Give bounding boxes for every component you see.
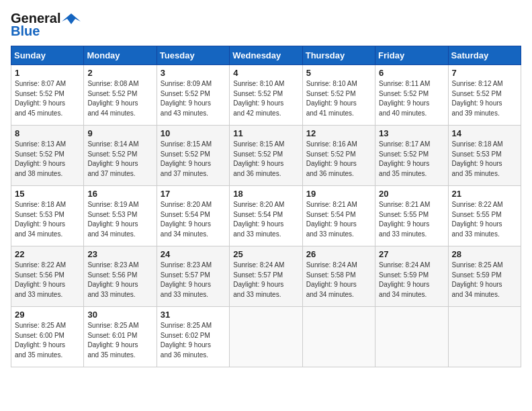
col-sunday: Sunday: [11, 46, 84, 65]
col-friday: Friday: [375, 46, 448, 65]
day-info: Sunrise: 8:19 AM Sunset: 5:53 PM Dayligh…: [87, 200, 152, 239]
col-saturday: Saturday: [448, 46, 521, 65]
day-number: 4: [233, 68, 298, 78]
calendar-cell: 27Sunrise: 8:24 AM Sunset: 5:59 PM Dayli…: [375, 246, 448, 307]
calendar-row: 15Sunrise: 8:18 AM Sunset: 5:53 PM Dayli…: [11, 186, 521, 246]
calendar-cell: 7Sunrise: 8:12 AM Sunset: 5:52 PM Daylig…: [448, 65, 521, 126]
calendar-cell: 8Sunrise: 8:13 AM Sunset: 5:52 PM Daylig…: [11, 126, 84, 186]
calendar-cell: 15Sunrise: 8:18 AM Sunset: 5:53 PM Dayli…: [11, 186, 84, 246]
calendar-row: 8Sunrise: 8:13 AM Sunset: 5:52 PM Daylig…: [11, 126, 521, 186]
calendar-cell: 21Sunrise: 8:22 AM Sunset: 5:55 PM Dayli…: [448, 186, 521, 246]
calendar-cell: 10Sunrise: 8:15 AM Sunset: 5:52 PM Dayli…: [157, 126, 229, 186]
calendar-cell: 9Sunrise: 8:14 AM Sunset: 5:52 PM Daylig…: [84, 126, 157, 186]
logo-bird-icon: [62, 12, 81, 26]
day-info: Sunrise: 8:08 AM Sunset: 5:52 PM Dayligh…: [87, 79, 152, 118]
day-info: Sunrise: 8:12 AM Sunset: 5:52 PM Dayligh…: [452, 79, 517, 118]
calendar-cell: 18Sunrise: 8:20 AM Sunset: 5:54 PM Dayli…: [230, 186, 302, 246]
day-info: Sunrise: 8:16 AM Sunset: 5:52 PM Dayligh…: [306, 140, 371, 179]
col-tuesday: Tuesday: [157, 46, 229, 65]
calendar-cell: 24Sunrise: 8:23 AM Sunset: 5:57 PM Dayli…: [157, 246, 229, 307]
day-number: 22: [15, 249, 80, 259]
day-number: 17: [161, 189, 226, 199]
calendar-cell: 20Sunrise: 8:21 AM Sunset: 5:55 PM Dayli…: [375, 186, 448, 246]
calendar-cell: [302, 307, 375, 367]
day-number: 14: [452, 128, 517, 138]
calendar-cell: 13Sunrise: 8:17 AM Sunset: 5:52 PM Dayli…: [375, 126, 448, 186]
calendar-cell: 11Sunrise: 8:15 AM Sunset: 5:52 PM Dayli…: [230, 126, 302, 186]
day-number: 26: [306, 249, 371, 259]
day-info: Sunrise: 8:24 AM Sunset: 5:58 PM Dayligh…: [306, 261, 371, 300]
day-number: 1: [15, 68, 80, 78]
calendar-row: 1Sunrise: 8:07 AM Sunset: 5:52 PM Daylig…: [11, 65, 521, 126]
day-number: 21: [452, 189, 517, 199]
day-info: Sunrise: 8:15 AM Sunset: 5:52 PM Dayligh…: [233, 140, 298, 179]
calendar-cell: 22Sunrise: 8:22 AM Sunset: 5:56 PM Dayli…: [11, 246, 84, 307]
calendar-cell: 26Sunrise: 8:24 AM Sunset: 5:58 PM Dayli…: [302, 246, 375, 307]
day-number: 18: [233, 189, 298, 199]
day-info: Sunrise: 8:07 AM Sunset: 5:52 PM Dayligh…: [15, 79, 80, 118]
day-info: Sunrise: 8:14 AM Sunset: 5:52 PM Dayligh…: [87, 140, 152, 179]
calendar-header-row: Sunday Monday Tuesday Wednesday Thursday…: [11, 46, 521, 65]
calendar-cell: [230, 307, 302, 367]
calendar-cell: 19Sunrise: 8:21 AM Sunset: 5:54 PM Dayli…: [302, 186, 375, 246]
calendar-cell: 31Sunrise: 8:25 AM Sunset: 6:02 PM Dayli…: [157, 307, 229, 367]
day-info: Sunrise: 8:23 AM Sunset: 5:56 PM Dayligh…: [87, 261, 152, 300]
day-number: 30: [87, 310, 152, 320]
day-number: 20: [379, 189, 444, 199]
day-info: Sunrise: 8:10 AM Sunset: 5:52 PM Dayligh…: [233, 79, 298, 118]
day-number: 29: [15, 310, 80, 320]
day-number: 10: [161, 128, 226, 138]
day-number: 25: [233, 249, 298, 259]
day-number: 9: [87, 128, 152, 138]
day-info: Sunrise: 8:13 AM Sunset: 5:52 PM Dayligh…: [15, 140, 80, 179]
calendar-cell: 16Sunrise: 8:19 AM Sunset: 5:53 PM Dayli…: [84, 186, 157, 246]
day-number: 13: [379, 128, 444, 138]
calendar-cell: 1Sunrise: 8:07 AM Sunset: 5:52 PM Daylig…: [11, 65, 84, 126]
day-info: Sunrise: 8:10 AM Sunset: 5:52 PM Dayligh…: [306, 79, 371, 118]
calendar-cell: 14Sunrise: 8:18 AM Sunset: 5:53 PM Dayli…: [448, 126, 521, 186]
day-number: 24: [161, 249, 226, 259]
calendar-body: 1Sunrise: 8:07 AM Sunset: 5:52 PM Daylig…: [11, 65, 521, 367]
day-number: 19: [306, 189, 371, 199]
calendar-cell: 4Sunrise: 8:10 AM Sunset: 5:52 PM Daylig…: [230, 65, 302, 126]
calendar-cell: 30Sunrise: 8:25 AM Sunset: 6:01 PM Dayli…: [84, 307, 157, 367]
col-wednesday: Wednesday: [230, 46, 302, 65]
calendar-cell: [375, 307, 448, 367]
calendar-cell: 6Sunrise: 8:11 AM Sunset: 5:52 PM Daylig…: [375, 65, 448, 126]
day-number: 28: [452, 249, 517, 259]
day-info: Sunrise: 8:25 AM Sunset: 6:02 PM Dayligh…: [161, 321, 226, 360]
day-number: 31: [161, 310, 226, 320]
day-number: 27: [379, 249, 444, 259]
col-thursday: Thursday: [302, 46, 375, 65]
logo-text-blue: Blue: [11, 24, 40, 39]
day-number: 23: [87, 249, 152, 259]
day-info: Sunrise: 8:22 AM Sunset: 5:56 PM Dayligh…: [15, 261, 80, 300]
day-info: Sunrise: 8:24 AM Sunset: 5:59 PM Dayligh…: [379, 261, 444, 300]
calendar-cell: 23Sunrise: 8:23 AM Sunset: 5:56 PM Dayli…: [84, 246, 157, 307]
day-info: Sunrise: 8:11 AM Sunset: 5:52 PM Dayligh…: [379, 79, 444, 118]
calendar-row: 22Sunrise: 8:22 AM Sunset: 5:56 PM Dayli…: [11, 246, 521, 307]
day-info: Sunrise: 8:25 AM Sunset: 6:01 PM Dayligh…: [87, 321, 152, 360]
day-info: Sunrise: 8:09 AM Sunset: 5:52 PM Dayligh…: [161, 79, 226, 118]
day-info: Sunrise: 8:18 AM Sunset: 5:53 PM Dayligh…: [15, 200, 80, 239]
calendar-cell: 28Sunrise: 8:25 AM Sunset: 5:59 PM Dayli…: [448, 246, 521, 307]
calendar-row: 29Sunrise: 8:25 AM Sunset: 6:00 PM Dayli…: [11, 307, 521, 367]
day-number: 3: [161, 68, 226, 78]
calendar-table: Sunday Monday Tuesday Wednesday Thursday…: [11, 46, 521, 367]
day-number: 8: [15, 128, 80, 138]
day-number: 12: [306, 128, 371, 138]
page-header: General Blue: [11, 11, 521, 39]
day-info: Sunrise: 8:20 AM Sunset: 5:54 PM Dayligh…: [233, 200, 298, 239]
calendar-cell: 25Sunrise: 8:24 AM Sunset: 5:57 PM Dayli…: [230, 246, 302, 307]
logo: General Blue: [11, 11, 81, 39]
day-info: Sunrise: 8:18 AM Sunset: 5:53 PM Dayligh…: [452, 140, 517, 179]
day-info: Sunrise: 8:24 AM Sunset: 5:57 PM Dayligh…: [233, 261, 298, 300]
day-info: Sunrise: 8:25 AM Sunset: 6:00 PM Dayligh…: [15, 321, 80, 360]
calendar-cell: 5Sunrise: 8:10 AM Sunset: 5:52 PM Daylig…: [302, 65, 375, 126]
day-info: Sunrise: 8:20 AM Sunset: 5:54 PM Dayligh…: [161, 200, 226, 239]
calendar-cell: [448, 307, 521, 367]
day-number: 6: [379, 68, 444, 78]
day-info: Sunrise: 8:21 AM Sunset: 5:55 PM Dayligh…: [379, 200, 444, 239]
day-info: Sunrise: 8:25 AM Sunset: 5:59 PM Dayligh…: [452, 261, 517, 300]
day-number: 15: [15, 189, 80, 199]
